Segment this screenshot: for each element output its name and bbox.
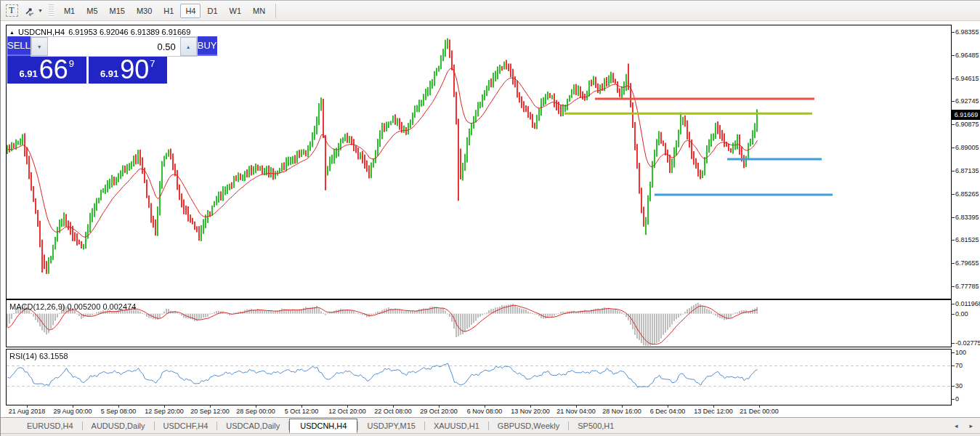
terminal-window: T ▼ M1M5M15M30H1H4D1W1MN ▲ USDCNH,H4 6.9… [0,0,980,436]
toolbar: T ▼ M1M5M15M30H1H4D1W1MN [1,1,980,21]
price-chart-panel: ▲ USDCNH,H4 6.91953 6.92046 6.91389 6.91… [6,25,952,299]
tab-usdcad-daily[interactable]: USDCAD,Daily [217,419,288,432]
buy-button[interactable]: BUY [198,36,217,56]
current-price-tag: 6.91669 [952,110,980,120]
timeframe-button-m5[interactable]: M5 [81,4,102,18]
timeframe-button-m15[interactable]: M15 [105,4,130,18]
buy-price-display[interactable]: 6.91 90 7 [89,57,168,84]
price-tick-label: 6.90875 [955,121,979,128]
arrows-dropdown-caret-icon[interactable]: ▼ [38,8,43,13]
axis-tick-mark [952,194,955,195]
time-tick-label: 21 Dec 00:00 [740,408,779,415]
text-label-tool-icon: T [6,4,18,17]
chart-symbol-label: USDCNH,H4 [18,28,65,36]
tab-audusd-daily[interactable]: AUDUSD,Daily [83,419,154,432]
arrows-tool-icon [24,5,36,17]
status-bar [1,433,980,436]
text-label-tool-button[interactable]: T [4,4,19,18]
price-tick-label: 6.87135 [955,167,979,174]
tab-xauusd-h1[interactable]: XAUUSD,H1 [425,419,488,432]
time-tick-label: 21 Aug 2018 [9,408,46,415]
rsi-indicator-panel: RSI(14) 63.1558 [6,349,952,405]
axis-tick-mark [952,217,955,218]
axis-tick-mark [952,240,955,241]
price-tick-label: 6.79655 [955,259,979,267]
macd-axis[interactable]: 0.0119680.00-0.027758 [952,299,980,347]
volume-increase-button[interactable]: ▲ [180,37,197,56]
axis-tick-mark [952,101,955,102]
tab-scroll-arrows: ◂ ▸ [955,422,973,429]
axis-tick-mark [952,263,955,264]
rsi-tick-label: 0 [955,395,959,403]
toolbar-separator [275,4,276,18]
sell-price-prefix: 6.91 [19,68,37,79]
timeframe-button-group: M1M5M15M30H1H4D1W1MN [58,4,271,18]
time-tick-label: 13 Dec 12:00 [694,408,733,415]
axis-tick-mark [952,386,955,387]
tab-eurusd-h4[interactable]: EURUSD,H4 [18,419,82,432]
price-tick-label: 6.89005 [955,144,979,151]
rsi-tick-label: 70 [955,362,963,369]
time-tick-label: 5 Sep 08:00 [101,408,137,415]
tab-usdchf-h4[interactable]: USDCHF,H4 [155,419,217,432]
chart-tab-bar: EURUSD,H4AUDUSD,DailyUSDCHF,H4USDCAD,Dai… [1,417,980,433]
tab-sp500-h1[interactable]: SP500,H1 [569,419,623,432]
price-tick-label: 6.85265 [955,190,979,198]
volume-input[interactable] [48,37,180,56]
tabs-holder: EURUSD,H4AUDUSD,DailyUSDCHF,H4USDCAD,Dai… [18,419,623,433]
tab-usdcnh-h4[interactable]: USDCNH,H4 [289,419,357,433]
buy-price-big: 90 [120,57,149,82]
timeframe-button-w1[interactable]: W1 [224,4,247,18]
price-tick-label: 6.98355 [955,28,979,36]
buy-price-prefix: 6.91 [100,68,118,79]
price-axis[interactable]: 6.983556.964856.946156.927456.908756.890… [952,1,980,299]
chart-ohlc-values: 6.91953 6.92046 6.91389 6.91669 [68,28,190,36]
chart-info-header: ▲ USDCNH,H4 6.91953 6.92046 6.91389 6.91… [9,28,190,36]
axis-tick-mark [952,148,955,148]
axis-tick-mark [952,314,955,315]
timeframe-button-m1[interactable]: M1 [59,4,80,18]
time-tick-label: 13 Nov 20:00 [511,408,550,415]
rsi-canvas[interactable] [7,350,951,405]
axis-tick-mark [952,171,955,171]
rsi-axis[interactable]: 10070300 [952,349,980,405]
time-tick-label: 29 Oct 20:00 [420,408,458,415]
timeframe-button-d1[interactable]: D1 [202,4,222,18]
sell-button[interactable]: SELL [7,36,31,56]
time-tick-label: 21 Nov 04:00 [556,408,596,415]
timeframe-button-m30[interactable]: M30 [131,4,157,18]
time-axis[interactable]: 21 Aug 201829 Aug 00:005 Sep 08:0012 Sep… [6,406,952,416]
volume-decrease-button[interactable]: ▼ [31,37,48,56]
toolbar-grip[interactable] [49,4,54,17]
axis-tick-mark [952,124,955,125]
tab-scroll-left-arrow[interactable]: ◂ [955,422,958,429]
arrows-tool-button[interactable] [23,4,37,18]
price-tick-label: 6.81525 [955,236,979,243]
volume-stepper: ▼ ▲ [31,36,198,57]
timeframe-button-h4[interactable]: H4 [180,4,201,18]
macd-tick-label: 0.00 [955,310,968,318]
axis-tick-mark [952,343,955,344]
axis-tick-mark [952,366,955,366]
rsi-tick-label: 30 [955,382,963,389]
time-tick-label: 28 Nov 16:00 [602,408,641,415]
timeframe-button-h1[interactable]: H1 [158,4,179,18]
collapse-triangle-icon[interactable]: ▲ [9,30,15,35]
price-tick-label: 6.77785 [955,283,979,290]
time-tick-label: 12 Sep 20:00 [145,408,184,415]
sell-price-display[interactable]: 6.91 66 9 [7,57,86,84]
time-tick-label: 22 Oct 08:00 [374,408,412,415]
timeframe-button-mn[interactable]: MN [248,4,270,18]
tab-gbpusd-weekly[interactable]: GBPUSD,Weekly [489,419,568,432]
time-tick-label: 20 Sep 12:00 [190,408,230,415]
price-tick-label: 6.92745 [955,97,979,105]
axis-tick-mark [952,55,955,56]
time-tick-label: 12 Oct 20:00 [328,408,366,415]
sell-price-sup: 9 [69,58,74,69]
tab-usdjpy-m15[interactable]: USDJPY,M15 [358,419,424,432]
tab-scroll-right-arrow[interactable]: ▸ [969,422,973,429]
time-tick-label: 5 Oct 12:00 [285,408,319,415]
macd-indicator-panel: MACD(12,26,9) 0.005200 0.002474 [6,299,952,347]
one-click-trading-panel: SELL ▼ ▲ BUY 6.91 66 9 6.91 90 7 [7,36,167,84]
macd-canvas[interactable] [7,300,951,347]
